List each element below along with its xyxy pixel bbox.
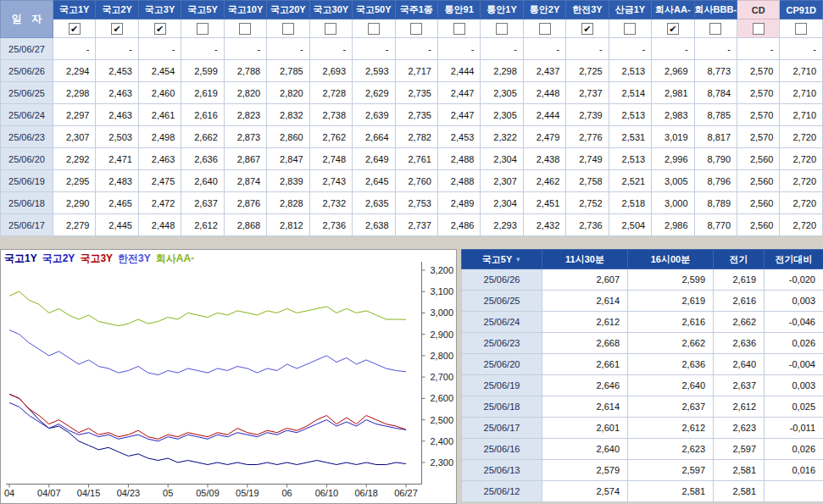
column-checkbox-한전3Y[interactable]: ✔ xyxy=(581,23,593,35)
column-checkbox-국고5Y[interactable] xyxy=(197,23,209,35)
date-cell[interactable]: 25/06/24 xyxy=(1,104,53,126)
detail-date-cell[interactable]: 25/06/13 xyxy=(462,460,542,481)
column-header-통안1Y[interactable]: 통안1Y xyxy=(481,1,523,19)
column-header-통안91[interactable]: 통안91 xyxy=(437,1,480,19)
rate-cell: 2,635 xyxy=(353,192,395,214)
column-checkbox-통안1Y[interactable] xyxy=(496,23,508,35)
date-column-header[interactable]: 일 자 xyxy=(1,1,53,38)
rate-cell: 2,738 xyxy=(309,104,352,126)
detail-date-cell[interactable]: 25/06/16 xyxy=(462,439,542,460)
column-header-국고50Y[interactable]: 국고50Y xyxy=(353,1,395,19)
rate-cell: 2,514 xyxy=(609,82,651,104)
checkbox-cell xyxy=(780,19,823,38)
detail-date-cell[interactable]: 25/06/20 xyxy=(462,354,542,375)
rate-cell: 2,749 xyxy=(566,148,609,170)
column-checkbox-회사AA-[interactable]: ✔ xyxy=(667,23,679,35)
column-checkbox-국고2Y[interactable]: ✔ xyxy=(111,23,123,35)
date-cell[interactable]: 25/06/25 xyxy=(1,82,53,104)
change-cell: 0,003 xyxy=(765,291,823,312)
rate-cell: 2,762 xyxy=(309,126,352,148)
change-cell: 0,026 xyxy=(765,439,823,460)
detail-column-header-16시00분[interactable]: 16시00분 xyxy=(628,250,714,269)
column-checkbox-국고30Y[interactable] xyxy=(325,23,336,35)
detail-column-header-전기대비[interactable]: 전기대비 xyxy=(765,250,823,269)
column-header-국고2Y[interactable]: 국고2Y xyxy=(96,1,138,19)
rate-cell: 2,560 xyxy=(737,148,780,170)
column-checkbox-CP91D[interactable] xyxy=(795,23,807,35)
rate-cell: 2,876 xyxy=(224,192,266,214)
column-checkbox-산금1Y[interactable] xyxy=(624,23,636,35)
change-cell: -0,011 xyxy=(765,418,823,439)
series-line-국고1Y xyxy=(9,394,406,464)
column-header-통안2Y[interactable]: 통안2Y xyxy=(523,1,565,19)
detail-row: 25/06/122,5742,5812,581 xyxy=(462,481,823,502)
date-cell[interactable]: 25/06/26 xyxy=(1,60,53,82)
rate-cell: 2,479 xyxy=(523,126,565,148)
column-header-국고30Y[interactable]: 국고30Y xyxy=(309,1,352,19)
detail-date-cell[interactable]: 25/06/18 xyxy=(462,396,542,418)
rate-cell: - xyxy=(53,38,96,60)
detail-column-header-11시30분[interactable]: 11시30분 xyxy=(542,250,628,269)
column-header-국고3Y[interactable]: 국고3Y xyxy=(138,1,181,19)
column-header-회사BBB-[interactable]: 회사BBB- xyxy=(694,1,737,19)
x-tick-label: 06/10 xyxy=(315,488,339,498)
rate-cell: 2,593 xyxy=(353,60,395,82)
rate-cell: 2,453 xyxy=(437,126,480,148)
column-checkbox-국주1종[interactable] xyxy=(410,23,422,35)
detail-date-cell[interactable]: 25/06/23 xyxy=(462,333,542,354)
checkbox-cell: ✔ xyxy=(652,19,694,38)
column-header-CD[interactable]: CD xyxy=(737,1,780,19)
column-header-한전3Y[interactable]: 한전3Y xyxy=(566,1,609,19)
date-cell[interactable]: 25/06/20 xyxy=(1,148,53,170)
column-checkbox-국고3Y[interactable]: ✔ xyxy=(154,23,166,35)
value-1600-cell: 2,637 xyxy=(628,396,714,418)
column-checkbox-국고20Y[interactable] xyxy=(282,23,294,35)
date-cell[interactable]: 25/06/19 xyxy=(1,170,53,192)
column-header-국주1종[interactable]: 국주1종 xyxy=(395,1,437,19)
column-checkbox-통안91[interactable] xyxy=(453,23,465,35)
column-checkbox-국고1Y[interactable]: ✔ xyxy=(69,23,81,35)
rate-cell: 2,812 xyxy=(267,214,309,236)
prev-value-cell: 2,581 xyxy=(714,481,765,502)
rate-cell: - xyxy=(566,38,609,60)
detail-date-cell[interactable]: 25/06/12 xyxy=(462,481,542,502)
value-1600-cell: 2,623 xyxy=(628,439,714,460)
column-checkbox-국고10Y[interactable] xyxy=(239,23,251,35)
detail-date-cell[interactable]: 25/06/19 xyxy=(462,375,542,396)
detail-column-header-전기[interactable]: 전기 xyxy=(714,250,765,269)
column-header-산금1Y[interactable]: 산금1Y xyxy=(609,1,651,19)
date-cell[interactable]: 25/06/18 xyxy=(1,192,53,214)
rate-cell: 2,743 xyxy=(309,170,352,192)
date-cell[interactable]: 25/06/27 xyxy=(1,38,53,60)
column-header-CP91D[interactable]: CP91D xyxy=(780,1,823,19)
value-1130-cell: 2,614 xyxy=(542,291,628,312)
rate-cell: 2,720 xyxy=(780,170,823,192)
checkbox-cell xyxy=(267,19,309,38)
detail-row: 25/06/162,6402,6232,5970,026 xyxy=(462,439,823,460)
legend-item-한전3Y: 한전3Y xyxy=(118,252,151,264)
value-1130-cell: 2,668 xyxy=(542,333,628,354)
chart-legend: 국고1Y국고2Y국고3Y한전3Y회사AA- xyxy=(4,252,199,266)
column-header-국고10Y[interactable]: 국고10Y xyxy=(224,1,266,19)
table-row: 25/06/27------------------ xyxy=(1,38,823,60)
detail-column-header-국고5Y[interactable]: 국고5Y▼ xyxy=(462,250,542,269)
detail-date-cell[interactable]: 25/06/24 xyxy=(462,312,542,333)
column-checkbox-통안2Y[interactable] xyxy=(539,23,551,35)
column-header-국고5Y[interactable]: 국고5Y xyxy=(181,1,224,19)
prev-value-cell: 2,636 xyxy=(714,333,765,354)
detail-date-cell[interactable]: 25/06/17 xyxy=(462,418,542,439)
date-cell[interactable]: 25/06/17 xyxy=(1,214,53,236)
detail-date-cell[interactable]: 25/06/25 xyxy=(462,291,542,312)
column-header-국고1Y[interactable]: 국고1Y xyxy=(53,1,96,19)
detail-row: 25/06/172,6012,6122,623-0,011 xyxy=(462,418,823,439)
rate-cell: 2,752 xyxy=(566,192,609,214)
column-checkbox-CD[interactable] xyxy=(753,23,765,35)
column-header-회사AA-[interactable]: 회사AA- xyxy=(652,1,694,19)
rate-cell: - xyxy=(395,38,437,60)
column-checkbox-국고50Y[interactable] xyxy=(368,23,380,35)
column-header-국고20Y[interactable]: 국고20Y xyxy=(267,1,309,19)
column-checkbox-회사BBB-[interactable] xyxy=(709,23,721,35)
rate-cell: 2,720 xyxy=(780,126,823,148)
detail-date-cell[interactable]: 25/06/26 xyxy=(462,269,542,291)
date-cell[interactable]: 25/06/23 xyxy=(1,126,53,148)
